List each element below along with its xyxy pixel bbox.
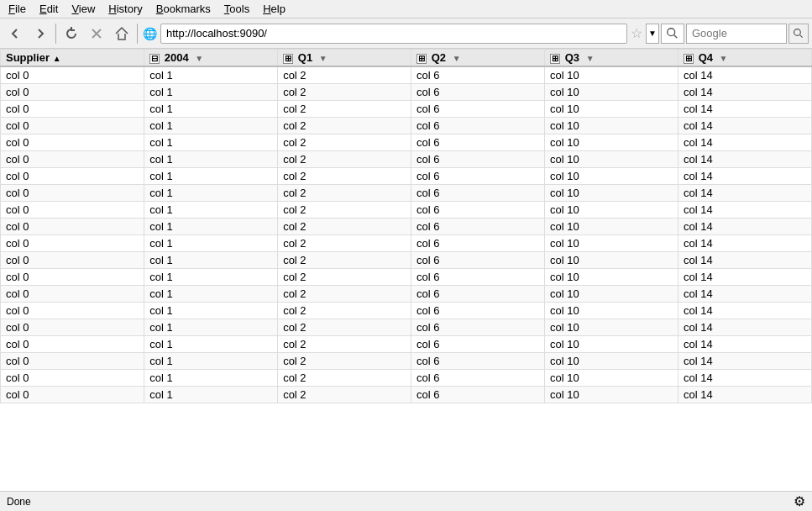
q2-label: Q2 [432,51,446,64]
cell-q2: col 6 [411,303,545,319]
back-button[interactable] [3,22,27,45]
stop-button[interactable] [85,22,108,45]
cell-q1: col 2 [278,168,411,185]
table-row: col 0col 1col 2col 6col 10col 14 [1,66,812,84]
th-q4[interactable]: ⊞ Q4 ▼ [678,50,812,67]
menu-file[interactable]: File [3,1,31,17]
cell-year2004: col 1 [144,319,278,336]
menu-edit[interactable]: Edit [34,1,63,17]
cell-q1: col 2 [278,101,411,118]
cell-q4: col 14 [678,151,812,168]
search-input[interactable] [686,24,787,44]
cell-q3: col 10 [545,319,678,336]
cell-q4: col 14 [678,168,812,185]
cell-supplier: col 0 [1,336,144,353]
cell-q4: col 14 [678,269,812,286]
search-bar-area [661,24,809,44]
cell-supplier: col 0 [1,151,144,168]
table-row: col 0col 1col 2col 6col 10col 14 [1,387,812,403]
th-q3[interactable]: ⊞ Q3 ▼ [545,50,678,67]
expand-q1-icon[interactable]: ⊞ [283,54,293,64]
cell-q2: col 6 [411,219,545,235]
cell-q4: col 14 [678,66,812,84]
cell-q2: col 6 [411,235,545,252]
reload-button[interactable] [60,22,83,45]
table-row: col 0col 1col 2col 6col 10col 14 [1,118,812,134]
cell-year2004: col 1 [144,353,278,370]
th-q1[interactable]: ⊞ Q1 ▼ [278,50,411,67]
cell-year2004: col 1 [144,101,278,118]
cell-q1: col 2 [278,219,411,235]
cell-q3: col 10 [545,84,678,101]
cell-q1: col 2 [278,336,411,353]
cell-q1: col 2 [278,118,411,134]
search-engine-button[interactable] [661,24,684,44]
q3-filter-icon[interactable]: ▼ [586,54,595,63]
cell-q4: col 14 [678,134,812,151]
forward-button[interactable] [29,22,52,45]
cell-q4: col 14 [678,101,812,118]
cell-q2: col 6 [411,387,545,403]
home-button[interactable] [110,22,134,45]
menu-help[interactable]: Help [258,1,291,17]
expand-2004-icon[interactable]: ⊟ [149,54,160,64]
expand-q2-icon[interactable]: ⊞ [416,54,427,64]
cell-q2: col 6 [411,185,545,202]
menu-history[interactable]: History [103,1,147,17]
table-body: col 0col 1col 2col 6col 10col 14col 0col… [1,66,812,403]
expand-q3-icon[interactable]: ⊞ [550,54,560,64]
q2-filter-icon[interactable]: ▼ [453,54,461,63]
cell-q2: col 6 [411,319,545,336]
table-row: col 0col 1col 2col 6col 10col 14 [1,134,812,151]
url-input[interactable] [160,24,627,44]
th-supplier[interactable]: Supplier [1,50,144,67]
table-row: col 0col 1col 2col 6col 10col 14 [1,185,812,202]
cell-q3: col 10 [545,168,678,185]
cell-q1: col 2 [278,252,411,269]
q4-filter-icon[interactable]: ▼ [720,54,728,63]
cell-year2004: col 1 [144,66,278,84]
cell-year2004: col 1 [144,202,278,219]
menu-view[interactable]: View [66,1,100,17]
cell-supplier: col 0 [1,185,144,202]
cell-q1: col 2 [278,185,411,202]
cell-supplier: col 0 [1,286,144,303]
cell-q1: col 2 [278,269,411,286]
th-q2[interactable]: ⊞ Q2 ▼ [411,50,545,67]
cell-year2004: col 1 [144,387,278,403]
table-row: col 0col 1col 2col 6col 10col 14 [1,269,812,286]
cell-supplier: col 0 [1,319,144,336]
cell-year2004: col 1 [144,370,278,387]
cell-year2004: col 1 [144,303,278,319]
svg-line-3 [674,34,678,38]
search-go-button[interactable] [788,24,809,44]
q1-filter-icon[interactable]: ▼ [319,54,327,63]
url-dropdown-button[interactable]: ▼ [646,24,659,44]
cell-q3: col 10 [545,219,678,235]
cell-q3: col 10 [545,303,678,319]
cell-q2: col 6 [411,269,545,286]
cell-q4: col 14 [678,84,812,101]
cell-supplier: col 0 [1,202,144,219]
cell-supplier: col 0 [1,235,144,252]
data-table: Supplier ⊟ 2004 ▼ ⊞ Q1 ▼ ⊞ Q2 ▼ [0,49,812,403]
cell-q4: col 14 [678,185,812,202]
cell-q2: col 6 [411,84,545,101]
url-lock-icon: 🌐 [141,27,159,40]
cell-q2: col 6 [411,286,545,303]
table-row: col 0col 1col 2col 6col 10col 14 [1,168,812,185]
expand-q4-icon[interactable]: ⊞ [684,54,694,64]
cell-q4: col 14 [678,286,812,303]
bookmark-star-icon[interactable]: ☆ [629,25,644,41]
cell-q1: col 2 [278,286,411,303]
menu-bookmarks[interactable]: Bookmarks [151,1,216,17]
menu-tools[interactable]: Tools [219,1,254,17]
table-row: col 0col 1col 2col 6col 10col 14 [1,235,812,252]
2004-filter-icon[interactable]: ▼ [195,54,203,63]
cell-q2: col 6 [411,202,545,219]
cell-q1: col 2 [278,235,411,252]
cell-year2004: col 1 [144,286,278,303]
supplier-sort-icon [53,51,61,64]
th-2004[interactable]: ⊟ 2004 ▼ [144,50,278,67]
q1-label: Q1 [298,51,312,64]
